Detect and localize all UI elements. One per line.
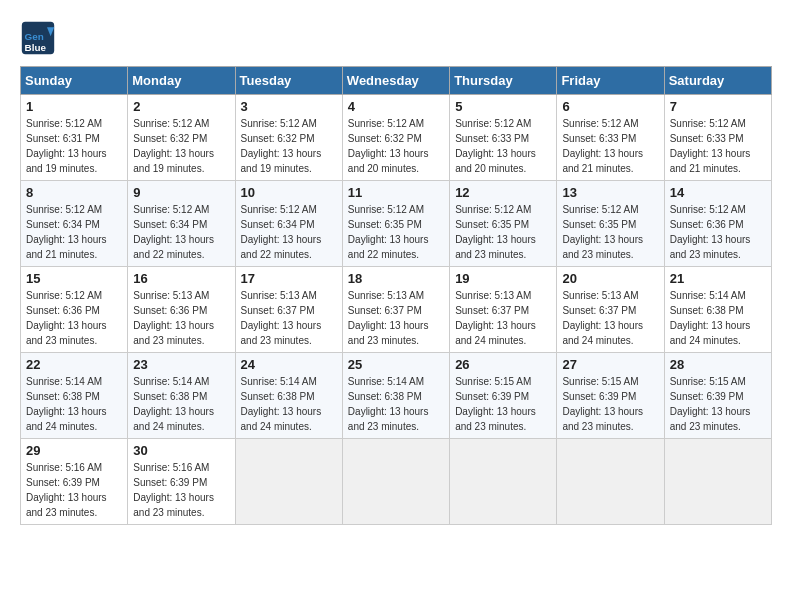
calendar-cell: 3 Sunrise: 5:12 AMSunset: 6:32 PMDayligh…	[235, 95, 342, 181]
day-info: Sunrise: 5:15 AMSunset: 6:39 PMDaylight:…	[455, 374, 551, 434]
day-info: Sunrise: 5:12 AMSunset: 6:34 PMDaylight:…	[26, 202, 122, 262]
day-header-tuesday: Tuesday	[235, 67, 342, 95]
logo-icon: Gen Blue	[20, 20, 56, 56]
day-info: Sunrise: 5:13 AMSunset: 6:36 PMDaylight:…	[133, 288, 229, 348]
calendar-cell: 28 Sunrise: 5:15 AMSunset: 6:39 PMDaylig…	[664, 353, 771, 439]
calendar-week-row: 29 Sunrise: 5:16 AMSunset: 6:39 PMDaylig…	[21, 439, 772, 525]
day-info: Sunrise: 5:12 AMSunset: 6:36 PMDaylight:…	[26, 288, 122, 348]
calendar-cell: 29 Sunrise: 5:16 AMSunset: 6:39 PMDaylig…	[21, 439, 128, 525]
calendar-cell: 27 Sunrise: 5:15 AMSunset: 6:39 PMDaylig…	[557, 353, 664, 439]
calendar-body: 1 Sunrise: 5:12 AMSunset: 6:31 PMDayligh…	[21, 95, 772, 525]
calendar-cell	[450, 439, 557, 525]
calendar-week-row: 15 Sunrise: 5:12 AMSunset: 6:36 PMDaylig…	[21, 267, 772, 353]
day-info: Sunrise: 5:12 AMSunset: 6:32 PMDaylight:…	[241, 116, 337, 176]
calendar-cell	[557, 439, 664, 525]
day-number: 27	[562, 357, 658, 372]
day-number: 15	[26, 271, 122, 286]
day-info: Sunrise: 5:13 AMSunset: 6:37 PMDaylight:…	[562, 288, 658, 348]
day-number: 24	[241, 357, 337, 372]
calendar-cell: 12 Sunrise: 5:12 AMSunset: 6:35 PMDaylig…	[450, 181, 557, 267]
calendar-cell: 10 Sunrise: 5:12 AMSunset: 6:34 PMDaylig…	[235, 181, 342, 267]
day-info: Sunrise: 5:12 AMSunset: 6:36 PMDaylight:…	[670, 202, 766, 262]
svg-text:Gen: Gen	[25, 31, 44, 42]
calendar-header-row: SundayMondayTuesdayWednesdayThursdayFrid…	[21, 67, 772, 95]
day-number: 20	[562, 271, 658, 286]
day-number: 23	[133, 357, 229, 372]
day-info: Sunrise: 5:12 AMSunset: 6:34 PMDaylight:…	[241, 202, 337, 262]
day-number: 16	[133, 271, 229, 286]
calendar-cell: 7 Sunrise: 5:12 AMSunset: 6:33 PMDayligh…	[664, 95, 771, 181]
day-number: 18	[348, 271, 444, 286]
calendar-cell: 24 Sunrise: 5:14 AMSunset: 6:38 PMDaylig…	[235, 353, 342, 439]
calendar-week-row: 8 Sunrise: 5:12 AMSunset: 6:34 PMDayligh…	[21, 181, 772, 267]
calendar-cell: 26 Sunrise: 5:15 AMSunset: 6:39 PMDaylig…	[450, 353, 557, 439]
calendar-table: SundayMondayTuesdayWednesdayThursdayFrid…	[20, 66, 772, 525]
calendar-cell: 2 Sunrise: 5:12 AMSunset: 6:32 PMDayligh…	[128, 95, 235, 181]
day-number: 4	[348, 99, 444, 114]
calendar-cell: 13 Sunrise: 5:12 AMSunset: 6:35 PMDaylig…	[557, 181, 664, 267]
day-number: 3	[241, 99, 337, 114]
calendar-cell: 14 Sunrise: 5:12 AMSunset: 6:36 PMDaylig…	[664, 181, 771, 267]
day-number: 29	[26, 443, 122, 458]
day-info: Sunrise: 5:13 AMSunset: 6:37 PMDaylight:…	[241, 288, 337, 348]
day-info: Sunrise: 5:14 AMSunset: 6:38 PMDaylight:…	[241, 374, 337, 434]
calendar-cell: 16 Sunrise: 5:13 AMSunset: 6:36 PMDaylig…	[128, 267, 235, 353]
day-number: 30	[133, 443, 229, 458]
day-header-sunday: Sunday	[21, 67, 128, 95]
day-info: Sunrise: 5:15 AMSunset: 6:39 PMDaylight:…	[670, 374, 766, 434]
day-info: Sunrise: 5:16 AMSunset: 6:39 PMDaylight:…	[133, 460, 229, 520]
day-number: 19	[455, 271, 551, 286]
day-number: 10	[241, 185, 337, 200]
calendar-cell: 4 Sunrise: 5:12 AMSunset: 6:32 PMDayligh…	[342, 95, 449, 181]
header: Gen Blue	[20, 20, 772, 56]
calendar-cell: 6 Sunrise: 5:12 AMSunset: 6:33 PMDayligh…	[557, 95, 664, 181]
day-info: Sunrise: 5:12 AMSunset: 6:33 PMDaylight:…	[455, 116, 551, 176]
day-info: Sunrise: 5:16 AMSunset: 6:39 PMDaylight:…	[26, 460, 122, 520]
day-info: Sunrise: 5:14 AMSunset: 6:38 PMDaylight:…	[133, 374, 229, 434]
day-info: Sunrise: 5:12 AMSunset: 6:32 PMDaylight:…	[133, 116, 229, 176]
calendar-cell	[235, 439, 342, 525]
day-info: Sunrise: 5:15 AMSunset: 6:39 PMDaylight:…	[562, 374, 658, 434]
day-info: Sunrise: 5:12 AMSunset: 6:31 PMDaylight:…	[26, 116, 122, 176]
day-number: 14	[670, 185, 766, 200]
day-info: Sunrise: 5:12 AMSunset: 6:35 PMDaylight:…	[455, 202, 551, 262]
day-info: Sunrise: 5:12 AMSunset: 6:34 PMDaylight:…	[133, 202, 229, 262]
day-info: Sunrise: 5:14 AMSunset: 6:38 PMDaylight:…	[670, 288, 766, 348]
day-number: 21	[670, 271, 766, 286]
day-header-thursday: Thursday	[450, 67, 557, 95]
calendar-cell	[342, 439, 449, 525]
day-info: Sunrise: 5:14 AMSunset: 6:38 PMDaylight:…	[26, 374, 122, 434]
day-number: 13	[562, 185, 658, 200]
day-header-wednesday: Wednesday	[342, 67, 449, 95]
svg-text:Blue: Blue	[25, 42, 47, 53]
day-info: Sunrise: 5:13 AMSunset: 6:37 PMDaylight:…	[348, 288, 444, 348]
calendar-cell: 30 Sunrise: 5:16 AMSunset: 6:39 PMDaylig…	[128, 439, 235, 525]
day-info: Sunrise: 5:12 AMSunset: 6:33 PMDaylight:…	[562, 116, 658, 176]
day-number: 5	[455, 99, 551, 114]
day-number: 6	[562, 99, 658, 114]
day-number: 22	[26, 357, 122, 372]
calendar-week-row: 22 Sunrise: 5:14 AMSunset: 6:38 PMDaylig…	[21, 353, 772, 439]
calendar-cell: 21 Sunrise: 5:14 AMSunset: 6:38 PMDaylig…	[664, 267, 771, 353]
day-header-saturday: Saturday	[664, 67, 771, 95]
calendar-cell: 20 Sunrise: 5:13 AMSunset: 6:37 PMDaylig…	[557, 267, 664, 353]
day-info: Sunrise: 5:12 AMSunset: 6:33 PMDaylight:…	[670, 116, 766, 176]
day-number: 8	[26, 185, 122, 200]
day-number: 9	[133, 185, 229, 200]
day-number: 12	[455, 185, 551, 200]
day-header-friday: Friday	[557, 67, 664, 95]
day-info: Sunrise: 5:12 AMSunset: 6:35 PMDaylight:…	[562, 202, 658, 262]
calendar-cell: 15 Sunrise: 5:12 AMSunset: 6:36 PMDaylig…	[21, 267, 128, 353]
day-number: 1	[26, 99, 122, 114]
day-info: Sunrise: 5:12 AMSunset: 6:35 PMDaylight:…	[348, 202, 444, 262]
day-number: 2	[133, 99, 229, 114]
day-number: 7	[670, 99, 766, 114]
logo: Gen Blue	[20, 20, 60, 56]
day-info: Sunrise: 5:14 AMSunset: 6:38 PMDaylight:…	[348, 374, 444, 434]
calendar-cell: 23 Sunrise: 5:14 AMSunset: 6:38 PMDaylig…	[128, 353, 235, 439]
day-number: 11	[348, 185, 444, 200]
day-info: Sunrise: 5:13 AMSunset: 6:37 PMDaylight:…	[455, 288, 551, 348]
calendar-cell: 1 Sunrise: 5:12 AMSunset: 6:31 PMDayligh…	[21, 95, 128, 181]
day-number: 28	[670, 357, 766, 372]
day-info: Sunrise: 5:12 AMSunset: 6:32 PMDaylight:…	[348, 116, 444, 176]
